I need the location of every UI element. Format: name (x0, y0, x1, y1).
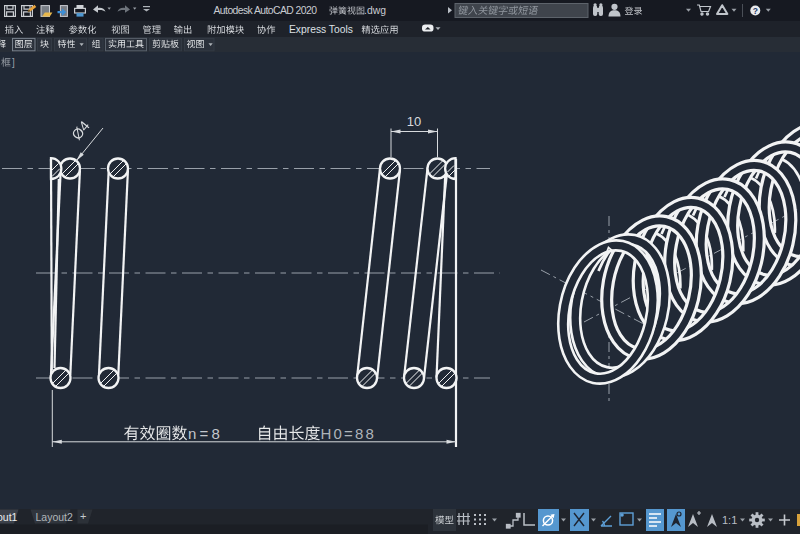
svg-text:Express Tools: Express Tools (289, 24, 353, 35)
svg-text:1:1: 1:1 (722, 514, 737, 526)
svg-text:]: ] (12, 57, 15, 68)
svg-text:.dwg: .dwg (364, 5, 386, 16)
svg-text:H0=88: H0=88 (321, 425, 377, 442)
svg-text:Layout2: Layout2 (36, 511, 74, 523)
svg-text:?: ? (753, 6, 758, 16)
svg-text:10: 10 (407, 114, 421, 129)
svg-text:+: + (80, 510, 86, 522)
svg-text:out1: out1 (0, 511, 18, 523)
svg-text:n=8: n=8 (188, 425, 223, 442)
svg-text:Autodesk AutoCAD 2020: Autodesk AutoCAD 2020 (214, 5, 318, 16)
